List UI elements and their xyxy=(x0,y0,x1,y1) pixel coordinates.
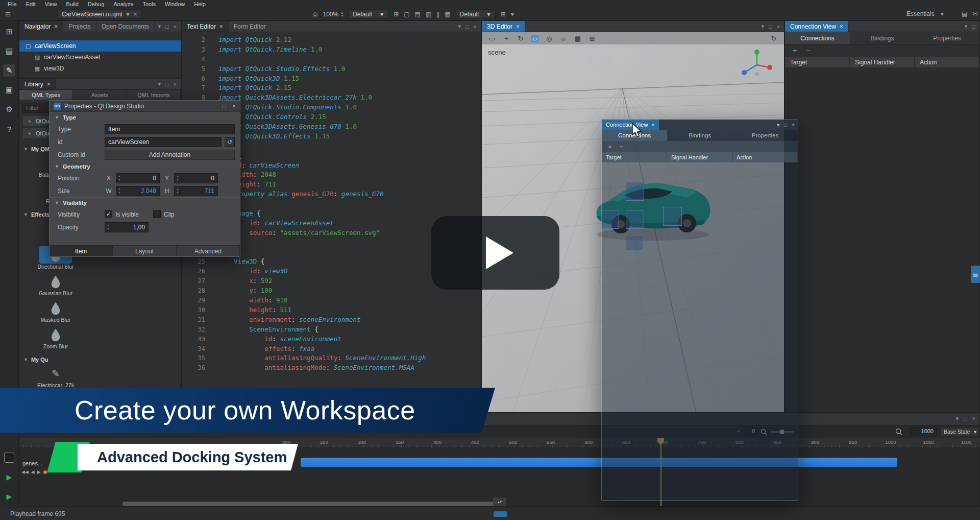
properties-tab-layout[interactable]: Layout xyxy=(113,246,176,256)
text-editor-tab-form-editor[interactable]: Form Editor xyxy=(229,21,272,32)
collapsed-panel-tab[interactable]: ▤ xyxy=(971,266,980,283)
close-icon[interactable]: × xyxy=(134,11,137,18)
menu-help[interactable]: Help xyxy=(189,1,210,7)
timeline-track-bar[interactable] xyxy=(301,458,897,467)
tree-item-carviewscreen[interactable]: ▢carViewScreen xyxy=(19,40,181,52)
close-icon[interactable]: × xyxy=(174,23,177,30)
float-panel-icon[interactable]: □ xyxy=(972,23,975,30)
close-icon[interactable]: × xyxy=(232,103,236,110)
play-icon[interactable]: ▶ xyxy=(37,469,41,475)
width-spinbox[interactable]: ▲▼2.048 xyxy=(116,186,160,196)
close-icon[interactable]: × xyxy=(174,81,177,87)
add-connection-icon[interactable]: ＋ xyxy=(791,46,798,55)
edit-pencil-icon[interactable]: ✎ xyxy=(3,64,15,77)
navigator-tab-navigator[interactable]: Navigator× xyxy=(19,21,63,32)
grid-icon[interactable]: ▦ xyxy=(445,11,450,18)
id-field[interactable]: carViewScreen xyxy=(105,137,222,147)
rotate-tool-icon[interactable]: ↻ xyxy=(517,35,525,42)
menu-edit[interactable]: Edit xyxy=(21,1,40,7)
add-annotation-button[interactable]: Add Annotation xyxy=(105,150,235,160)
type-field[interactable]: Item xyxy=(105,124,235,134)
scale-tool-icon[interactable]: ▱ xyxy=(531,35,539,42)
feedback-icon[interactable]: ✉ xyxy=(972,10,977,17)
merge-icon[interactable]: ∥ xyxy=(436,11,439,18)
floating-cv-tab-properties[interactable]: Properties xyxy=(732,130,798,141)
library-tab-assets[interactable]: Assets xyxy=(73,90,127,100)
previous-frame-icon[interactable]: ◀ xyxy=(31,469,35,475)
section-visibility[interactable]: ▼Visibility xyxy=(50,197,240,208)
chevron-down-icon[interactable]: ▾ xyxy=(955,415,959,422)
camera-tool-icon[interactable]: ◎ xyxy=(545,35,553,42)
properties-tab-advanced[interactable]: Advanced xyxy=(177,246,240,256)
workspace-grid-icon[interactable]: ⊞ xyxy=(5,10,11,18)
video-play-button[interactable] xyxy=(431,216,559,290)
navigator-tab-open-documents[interactable]: Open Documents xyxy=(96,21,155,32)
opacity-spinbox[interactable]: ▲▼1,00 xyxy=(105,222,149,232)
navigator-tab-projects[interactable]: Projects xyxy=(63,21,96,32)
floating-cv-tab[interactable]: Connection View × xyxy=(602,120,659,130)
close-icon[interactable]: × xyxy=(47,81,51,88)
float-panel-icon[interactable]: □ xyxy=(465,23,469,30)
float-panel-icon[interactable]: □ xyxy=(784,122,787,128)
connection-view-tab-properties[interactable]: Properties xyxy=(915,32,979,44)
connection-view-tab-bindings[interactable]: Bindings xyxy=(850,32,915,44)
section-geometry[interactable]: ▼Geometry xyxy=(50,161,240,172)
chevron-down-icon[interactable]: ▾ xyxy=(158,23,161,30)
properties-tab-item[interactable]: Item xyxy=(50,246,113,256)
settings-gear-icon[interactable]: ⚙ xyxy=(3,103,15,115)
open-file-selector[interactable]: CarViewScreen.ui.qml ▾ × xyxy=(57,9,142,19)
reset-id-icon[interactable]: ↺ xyxy=(225,137,235,147)
run-play-icon[interactable]: ▶ xyxy=(3,471,15,483)
library-item-masked-blur[interactable]: Masked Blur xyxy=(39,299,72,323)
status-accent-chip[interactable] xyxy=(494,511,507,517)
library-section-my-qu[interactable]: ▼My Qu xyxy=(19,354,181,365)
clip-checkbox[interactable] xyxy=(153,210,161,218)
theme-selector[interactable]: Default ▾ xyxy=(456,9,496,19)
menu-file[interactable]: File xyxy=(3,1,21,7)
timeline-scrollbar[interactable] xyxy=(122,502,496,506)
snap-grid-icon[interactable]: ⊞ xyxy=(394,11,399,18)
magnifier-icon[interactable] xyxy=(895,428,902,435)
axis-gizmo[interactable] xyxy=(740,47,778,78)
run-debug-icon[interactable]: ▶ xyxy=(3,490,15,503)
zoom-target-icon[interactable]: ◎ xyxy=(312,11,317,18)
move-tool-icon[interactable]: ＋ xyxy=(502,34,510,43)
close-icon[interactable]: × xyxy=(777,23,780,30)
workspace-selector[interactable]: Essentials ▾ xyxy=(906,10,944,17)
close-icon[interactable]: × xyxy=(792,122,795,128)
chevron-down-icon[interactable]: ▾ xyxy=(511,11,514,18)
timeline-end-frame-field[interactable]: 1000 xyxy=(910,427,937,436)
close-icon[interactable]: × xyxy=(516,23,520,30)
code-editor[interactable]: import QtQuick 2.12import QtQuick.Timeli… xyxy=(218,35,426,373)
chevron-down-icon[interactable]: ▾ xyxy=(158,81,161,87)
x-spinbox[interactable]: ▲▼0 xyxy=(116,173,160,183)
panel-layout-icon[interactable]: ▤ xyxy=(962,10,967,17)
maximize-icon[interactable]: □ xyxy=(223,103,226,110)
close-icon[interactable]: × xyxy=(651,122,654,128)
columns-icon[interactable]: ▥ xyxy=(426,11,431,18)
remove-connection-icon[interactable]: − xyxy=(806,46,811,55)
light-tool-icon[interactable]: ☼ xyxy=(559,35,568,42)
section-type[interactable]: ▼Type xyxy=(50,112,240,123)
apps-grid-icon[interactable]: ⊞ xyxy=(3,26,15,38)
floating-connection-view[interactable]: Connection View × ▾ □ × ConnectionsBindi… xyxy=(601,119,798,501)
connection-view-tab[interactable]: Connection View × xyxy=(785,21,849,32)
y-spinbox[interactable]: ▲▼0 xyxy=(174,173,218,183)
chevron-down-icon[interactable]: ▾ xyxy=(761,23,764,30)
is-visible-checkbox[interactable]: ✓ xyxy=(105,210,112,218)
style-selector[interactable]: Default ▾ xyxy=(349,9,388,19)
float-panel-icon[interactable]: □ xyxy=(964,415,967,422)
library-item-zoom-blur[interactable]: Zoom Blur xyxy=(39,326,72,349)
chevron-down-icon[interactable]: ▾ xyxy=(965,23,968,30)
properties-dialog-titlebar[interactable]: DS Properties - Qt Design Studio □ × xyxy=(50,101,240,112)
chevron-down-icon[interactable]: ▾ xyxy=(777,122,779,128)
chevron-down-icon[interactable]: ▾ xyxy=(458,23,461,30)
close-icon[interactable]: × xyxy=(972,415,975,422)
library-tab[interactable]: Library × xyxy=(19,79,56,89)
list-icon[interactable]: ▤ xyxy=(415,11,421,18)
chevron-down-icon[interactable]: ▾ xyxy=(127,11,130,18)
height-spinbox[interactable]: ▲▼711 xyxy=(174,186,218,196)
library-tab-qml-imports[interactable]: QML Imports xyxy=(127,90,181,100)
record-icon[interactable] xyxy=(43,470,47,474)
floating-cv-tab-bindings[interactable]: Bindings xyxy=(667,130,732,141)
